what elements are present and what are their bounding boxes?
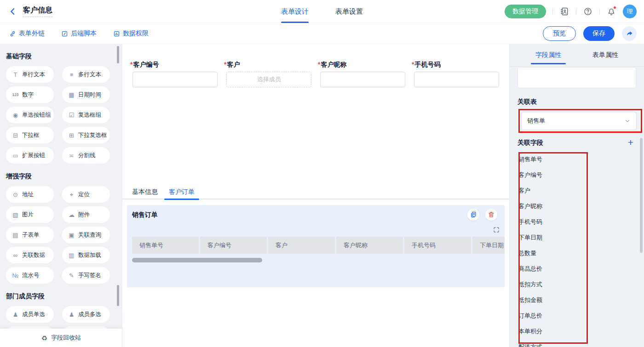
linked-field-item[interactable]: 下单日期 xyxy=(518,230,636,245)
single-line-text-icon: T xyxy=(12,72,19,78)
field-button-linked-data[interactable]: ∞关联数据 xyxy=(6,247,54,263)
field-recycle-bin[interactable]: ♻ 字段回收站 xyxy=(0,329,122,347)
sidebar-section-title: 基础字段 xyxy=(6,52,122,60)
form-field-input[interactable] xyxy=(320,72,405,87)
field-button-dropdown-multi[interactable]: ⊞下拉复选框 xyxy=(62,127,110,143)
field-button-extend-button[interactable]: ▭扩展按钮 xyxy=(6,147,54,164)
linked-field-item[interactable]: 客户 xyxy=(518,183,636,199)
linked-field-item[interactable]: 客户编号 xyxy=(518,167,636,183)
form-field-label-text: 客户 xyxy=(227,61,240,68)
linked-field-item[interactable]: 销售单号 xyxy=(518,152,636,167)
field-button-label: 扩展按钮 xyxy=(22,152,45,159)
datetime-icon: ▦ xyxy=(68,92,75,98)
toolbar-link-data-permission[interactable]: 数据权限 xyxy=(113,29,149,38)
field-button-image[interactable]: ▧图片 xyxy=(6,206,54,223)
properties-scrollbar-thumb[interactable] xyxy=(640,138,643,253)
field-button-member-multi[interactable]: ♟成员多选 xyxy=(62,306,110,323)
form-field-input[interactable] xyxy=(132,72,218,87)
field-button-label: 成员多选 xyxy=(78,311,101,319)
help-icon[interactable] xyxy=(583,6,593,17)
data-manage-button[interactable]: 数据管理 xyxy=(505,5,546,18)
subform-sales-order-panel[interactable]: 销售订单 销售单号客户编号客户客户昵称手机号码下单日期 xyxy=(127,205,505,287)
field-button-serial-number[interactable]: №流水号 xyxy=(6,267,54,284)
subform-column-header: 下单日期 xyxy=(472,237,505,254)
field-button-address[interactable]: ⊙地址 xyxy=(6,186,54,203)
toolbar-link-backend-script[interactable]: 后端脚本 xyxy=(61,29,97,38)
chevron-down-icon xyxy=(624,118,631,124)
field-button-number[interactable]: 123数字 xyxy=(6,86,54,103)
linked-field-item[interactable]: 商品总价 xyxy=(518,261,636,277)
share-button[interactable] xyxy=(622,26,637,41)
linked-field-item[interactable]: 客户昵称 xyxy=(518,199,636,214)
share-arrow-icon xyxy=(626,30,633,38)
add-linked-field-button[interactable]: + xyxy=(628,139,633,146)
field-name-input[interactable] xyxy=(518,67,636,88)
delete-field-button[interactable] xyxy=(485,209,497,221)
field-button-attachment[interactable]: ☁附件 xyxy=(62,206,110,223)
linked-fields-list: 销售单号客户编号客户客户昵称手机号码下单日期总数量商品总价抵扣方式抵扣金额订单总… xyxy=(518,152,636,347)
divider xyxy=(552,8,553,15)
subform-column-header: 销售单号 xyxy=(132,237,199,254)
toolbar-link-external-link[interactable]: 表单外链 xyxy=(9,29,45,38)
recycle-bin-label: 字段回收站 xyxy=(51,334,81,342)
linked-field-item[interactable]: 订单总价 xyxy=(518,308,636,324)
canvas-tab-basic-info[interactable]: 基本信息 xyxy=(127,184,162,199)
sidebar-section-title: 部门成员字段 xyxy=(6,292,122,300)
field-button-multi-line-text[interactable]: ≡多行文本 xyxy=(62,66,110,83)
properties-tab-field[interactable]: 字段属性 xyxy=(531,44,566,66)
field-button-subform[interactable]: ▤子表单 xyxy=(6,227,54,243)
notification-dot xyxy=(613,6,616,9)
subform-title: 销售订单 xyxy=(132,211,158,219)
canvas-tabs: 基本信息客户订单 xyxy=(127,184,199,199)
canvas-tab-customer-orders[interactable]: 客户订单 xyxy=(164,184,199,199)
page-title[interactable]: 客户信息 xyxy=(23,6,52,17)
subform-hscrollbar-thumb[interactable] xyxy=(132,258,262,262)
save-button[interactable]: 保存 xyxy=(583,26,615,41)
properties-panel: 字段属性表单属性 关联表 销售单 关联字段 + 销售单号客户编号客户客户昵称手机… xyxy=(509,44,644,347)
sidebar-scrollbar-thumb[interactable] xyxy=(117,46,119,63)
back-button[interactable] xyxy=(8,7,17,16)
preview-button[interactable]: 预览 xyxy=(543,26,576,41)
address-book-icon[interactable] xyxy=(559,6,569,17)
field-button-radio-group[interactable]: ◉单选按钮组 xyxy=(6,107,54,123)
sidebar-scrollbar-thumb[interactable] xyxy=(117,285,119,306)
avatar[interactable]: 理 xyxy=(623,5,637,18)
header-tab-form-design[interactable]: 表单设计 xyxy=(281,0,309,23)
required-asterisk: * xyxy=(130,61,132,68)
linked-field-item[interactable]: 抵扣金额 xyxy=(518,292,636,308)
field-button-single-line-text[interactable]: T单行文本 xyxy=(6,66,54,83)
field-button-label: 关联数据 xyxy=(22,251,45,259)
linked-field-item[interactable]: 本单积分 xyxy=(518,324,636,339)
copy-field-button[interactable] xyxy=(467,209,479,221)
linked-field-item[interactable]: 手机号码 xyxy=(518,214,636,230)
properties-tabs: 字段属性表单属性 xyxy=(510,44,644,67)
form-field-text: *客户昵称 xyxy=(318,61,405,87)
member-picker[interactable]: 选择成员 xyxy=(226,72,311,87)
data-permission-icon xyxy=(113,30,120,37)
field-button-data-load[interactable]: ▥数据加载 xyxy=(62,247,110,263)
field-button-location[interactable]: ⌖定位 xyxy=(62,186,110,203)
notification-bell-icon[interactable] xyxy=(606,6,616,17)
field-button-signature[interactable]: ✎手写签名 xyxy=(62,267,110,284)
form-field-text: *手机号码 xyxy=(412,61,499,87)
field-button-member-single[interactable]: ♟成员单选 xyxy=(6,306,54,323)
form-field-text: *客户编号 xyxy=(130,61,218,87)
linked-field-item[interactable]: 抵扣方式 xyxy=(518,277,636,292)
linked-field-item[interactable]: 总数量 xyxy=(518,245,636,261)
field-button-divider[interactable]: ≍分割线 xyxy=(62,147,110,164)
field-button-datetime[interactable]: ▦日期时间 xyxy=(62,86,110,103)
field-button-linked-query[interactable]: ▣关联查询 xyxy=(62,227,110,243)
field-button-dropdown[interactable]: ⊟下拉框 xyxy=(6,127,54,143)
sidebar-section: 基础字段T单行文本≡多行文本123数字▦日期时间◉单选按钮组☑复选框组⊟下拉框⊞… xyxy=(6,52,122,164)
linked-field-item[interactable]: 配送方式 xyxy=(518,339,636,347)
toolbar-link-label: 数据权限 xyxy=(123,29,149,38)
field-button-label: 图片 xyxy=(22,211,34,219)
field-button-checkbox-group[interactable]: ☑复选框组 xyxy=(62,107,110,123)
linked-table-select[interactable]: 销售单 xyxy=(521,112,637,130)
radio-group-icon: ◉ xyxy=(12,112,19,118)
properties-tab-form[interactable]: 表单属性 xyxy=(588,44,623,66)
header-tab-form-settings[interactable]: 表单设置 xyxy=(335,0,363,23)
form-field-input[interactable] xyxy=(414,72,499,87)
divider xyxy=(599,8,600,15)
signature-icon: ✎ xyxy=(68,273,75,279)
